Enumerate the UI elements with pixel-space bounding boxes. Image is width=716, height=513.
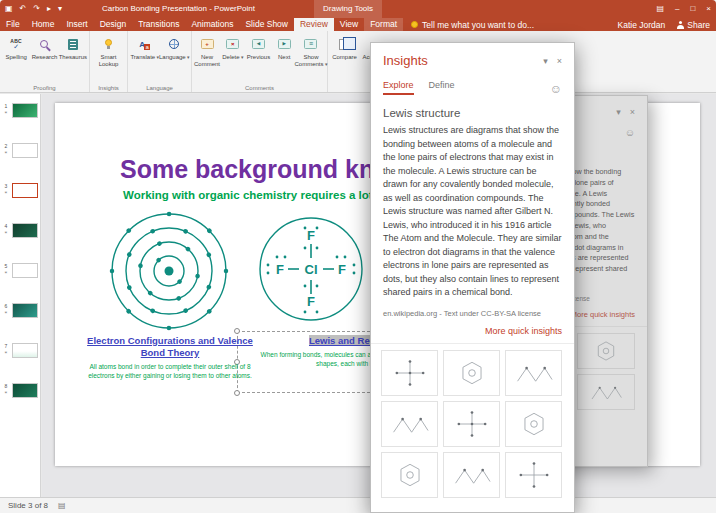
slide-preview (12, 263, 38, 278)
tab-slide-show[interactable]: Slide Show (239, 18, 294, 31)
slide-title[interactable]: Some background kn (120, 155, 374, 184)
structure-thumbnail[interactable] (505, 452, 562, 498)
translate-button[interactable]: Translate (131, 35, 159, 81)
smart-lookup-icon (105, 39, 112, 46)
new-comment-button[interactable]: NewComment (194, 35, 220, 81)
notes-icon[interactable]: ▤ (58, 501, 66, 510)
compare-label: Compare (332, 54, 357, 61)
tab-transitions[interactable]: Transitions (132, 18, 185, 31)
svg-text:Cl: Cl (305, 262, 318, 277)
tab-explore[interactable]: Explore (383, 80, 414, 95)
structure-thumbnail (577, 374, 635, 410)
window-title: Carbon Bonding Presentation - PowerPoint (102, 4, 255, 13)
left-textbox-heading: Electron Configurations and Valence Bond… (80, 335, 260, 359)
tab-define[interactable]: Define (429, 80, 455, 95)
slide-thumbnail-3[interactable]: 3✶ (0, 183, 40, 198)
ribbon-tab-row: File Home Insert Design Transitions Anim… (0, 18, 716, 31)
compare-button[interactable]: Compare (331, 35, 359, 81)
language-label: Language (159, 54, 190, 61)
language-button[interactable]: Language (160, 35, 188, 81)
previous-comment-icon (252, 39, 265, 49)
slide-preview (12, 343, 38, 358)
result-source: en.wikipedia.org - Text under CC-BY-SA l… (371, 302, 574, 318)
chevron-down-icon: ▾ (616, 107, 621, 117)
previous-comment-button[interactable]: Previous (246, 35, 272, 81)
slide-thumbnail-7[interactable]: 7✶ (0, 343, 40, 358)
structure-thumbnail[interactable] (505, 401, 562, 447)
tab-insert[interactable]: Insert (60, 18, 93, 31)
tab-format[interactable]: Format (364, 18, 403, 31)
image-results (371, 343, 574, 504)
structure-thumbnail[interactable] (505, 350, 562, 396)
spelling-button[interactable]: Spelling (2, 35, 30, 81)
animation-star-icon: ✶ (4, 310, 8, 316)
structure-thumbnail[interactable] (443, 452, 500, 498)
lewis-structure-diagram[interactable]: F F Cl F F (255, 213, 367, 329)
smart-lookup-button[interactable]: SmartLookup (95, 35, 123, 81)
smiley-feedback-icon[interactable]: ☺ (550, 82, 562, 96)
share-button[interactable]: Share (677, 20, 710, 30)
undo-icon[interactable]: ↶ (20, 2, 27, 16)
structure-thumbnail[interactable] (443, 401, 500, 447)
customize-qat-icon[interactable]: ▾ (58, 2, 62, 16)
person-icon (677, 21, 684, 29)
signed-in-user[interactable]: Katie Jordan (618, 20, 666, 30)
structure-thumbnail[interactable] (443, 350, 500, 396)
tab-home[interactable]: Home (26, 18, 61, 31)
review-ribbon: Spelling Research Thesaurus Proofing Sma… (0, 31, 716, 93)
tell-me-placeholder: Tell me what you want to do... (422, 20, 534, 30)
slide-thumbnail-6[interactable]: 6✶ (0, 303, 40, 318)
slide-preview (12, 143, 38, 158)
maximize-icon[interactable]: □ (690, 2, 695, 16)
close-icon[interactable]: × (706, 2, 711, 16)
redo-icon[interactable]: ↷ (33, 2, 40, 16)
result-heading: Lewis structure (371, 100, 574, 122)
spelling-icon (10, 38, 22, 50)
resize-handle[interactable] (234, 390, 240, 396)
next-comment-button[interactable]: Next (271, 35, 297, 81)
slide-thumbnail-2[interactable]: 2✶ (0, 143, 40, 158)
animation-star-icon: ✶ (4, 350, 8, 356)
close-icon: × (630, 107, 635, 117)
window-controls: ▤ – □ × (656, 2, 711, 16)
group-comments: NewComment Delete Previous Next ShowComm… (192, 31, 328, 92)
slide-preview (12, 383, 38, 398)
slide-preview (12, 103, 38, 118)
slide-thumbnail-1[interactable]: 1✶ (0, 103, 40, 118)
research-button[interactable]: Research (30, 35, 58, 81)
left-textbox[interactable]: Electron Configurations and Valence Bond… (80, 335, 260, 380)
smiley-feedback-icon: ☺ (625, 127, 635, 138)
minimize-icon[interactable]: – (675, 2, 679, 16)
close-icon[interactable]: × (557, 56, 562, 66)
start-slideshow-icon[interactable]: ▸ (47, 2, 51, 16)
structure-thumbnail[interactable] (381, 452, 438, 498)
show-comments-button[interactable]: ShowComments (297, 35, 325, 81)
structure-thumbnail (577, 333, 635, 369)
compare-icon (339, 39, 350, 50)
svg-text:F: F (307, 228, 315, 243)
resize-handle[interactable] (234, 328, 240, 334)
thesaurus-button[interactable]: Thesaurus (59, 35, 87, 81)
tab-review[interactable]: Review (294, 18, 334, 31)
ribbon-display-options-icon[interactable]: ▤ (656, 2, 664, 16)
slide-thumbnail-5[interactable]: 5✶ (0, 263, 40, 278)
tell-me-box[interactable]: Tell me what you want to do... (411, 18, 534, 31)
show-comments-icon (304, 39, 317, 49)
tab-file[interactable]: File (0, 18, 26, 31)
delete-comment-button[interactable]: Delete (220, 35, 246, 81)
quick-access-toolbar: ▣ ↶ ↷ ▸ ▾ (5, 2, 62, 16)
structure-thumbnail[interactable] (381, 401, 438, 447)
tab-animations[interactable]: Animations (185, 18, 239, 31)
slide-preview (12, 183, 38, 198)
chevron-down-icon[interactable]: ▾ (543, 56, 548, 66)
electron-shell-diagram[interactable] (107, 209, 231, 337)
tab-view[interactable]: View (334, 18, 364, 31)
structure-thumbnail[interactable] (381, 350, 438, 396)
slide-thumbnail-4[interactable]: 4✶ (0, 223, 40, 238)
slide-thumbnail-8[interactable]: 8✶ (0, 383, 40, 398)
next-label: Next (278, 54, 290, 61)
slide-subtitle[interactable]: Working with organic chemistry requires … (123, 189, 410, 201)
tab-design[interactable]: Design (94, 18, 132, 31)
save-icon[interactable]: ▣ (5, 2, 13, 16)
more-quick-insights-link[interactable]: More quick insights (371, 318, 574, 343)
